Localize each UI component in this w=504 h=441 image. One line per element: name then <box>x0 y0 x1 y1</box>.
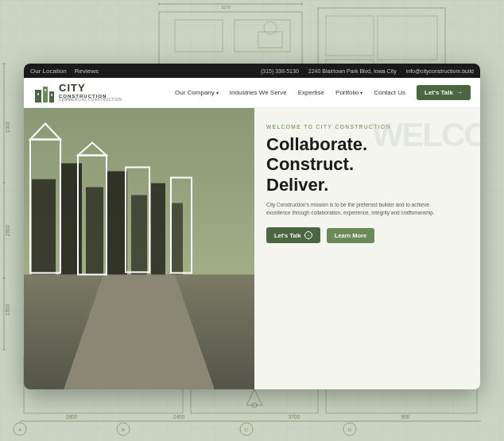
hero-section: WELCO WELCOME TO CITY CONSTRUCTION Colla… <box>24 108 480 389</box>
headline-line1: Collaborate. <box>266 134 464 154</box>
svg-rect-48 <box>37 93 39 95</box>
email: info@cityconstructiom.build <box>406 68 474 74</box>
svg-text:2400: 2400 <box>173 414 185 420</box>
svg-rect-59 <box>151 184 165 275</box>
svg-text:A: A <box>18 427 21 432</box>
nav-expertise[interactable]: Expertise <box>298 89 324 96</box>
svg-text:32'6": 32'6" <box>221 5 231 10</box>
svg-rect-60 <box>171 203 183 275</box>
nav-cta-button[interactable]: Let's Talk → <box>417 85 471 100</box>
svg-point-5 <box>264 21 277 34</box>
logo-text-area: CITY CONSTRUCTION COMMERCIAL CONSTRUCTIO… <box>59 83 122 103</box>
svg-rect-54 <box>32 180 56 275</box>
lets-talk-button[interactable]: Let's Talk → <box>266 227 320 243</box>
svg-rect-56 <box>86 188 103 275</box>
svg-rect-47 <box>49 91 54 103</box>
welcome-label: WELCOME TO CITY CONSTRUCTION <box>266 124 464 130</box>
svg-rect-49 <box>45 89 46 91</box>
svg-point-24 <box>14 423 26 435</box>
svg-marker-43 <box>246 389 262 405</box>
phone-number: (315) 338-5130 <box>261 68 299 74</box>
svg-rect-58 <box>131 195 147 275</box>
svg-rect-45 <box>35 90 41 103</box>
headline-line3: Deliver. <box>266 175 464 195</box>
logo-city-text: CITY <box>59 83 122 94</box>
our-location-link[interactable]: Our Location <box>30 68 67 75</box>
dropdown-arrow2: ▾ <box>360 90 362 95</box>
svg-point-44 <box>252 403 257 408</box>
top-bar-left: Our Location Reviews <box>30 68 99 75</box>
top-bar-right: (315) 338-5130 2240 Blairtown Park Blvd,… <box>261 68 474 74</box>
nav-bar: CITY CONSTRUCTION COMMERCIAL CONSTRUCTIO… <box>24 78 480 108</box>
address: 2240 Blairtown Park Blvd, Iowa City <box>308 68 397 74</box>
nav-portfolio[interactable]: Portfolio ▾ <box>335 89 362 96</box>
nav-industries[interactable]: Industries We Serve <box>230 89 287 96</box>
hero-content: WELCO WELCOME TO CITY CONSTRUCTION Colla… <box>254 108 480 389</box>
svg-rect-6 <box>258 32 282 48</box>
button-circle-icon: → <box>304 231 312 239</box>
reviews-link[interactable]: Reviews <box>75 68 99 75</box>
svg-rect-14 <box>378 16 437 60</box>
svg-point-26 <box>117 423 130 435</box>
svg-text:900: 900 <box>401 414 410 420</box>
svg-text:D: D <box>348 427 352 432</box>
nav-contact[interactable]: Contact Us <box>374 89 405 96</box>
headline-line2: Construct. <box>266 154 464 174</box>
svg-text:2800: 2800 <box>66 414 78 420</box>
hero-buttons: Let's Talk → Learn More <box>266 227 464 243</box>
svg-point-28 <box>240 423 253 435</box>
nav-our-company[interactable]: Our Company ▾ <box>175 89 219 96</box>
hero-headline: Collaborate. Construct. Deliver. <box>266 134 464 195</box>
top-bar: Our Location Reviews (315) 338-5130 2240… <box>24 64 480 78</box>
hero-description: City Construction's mission is to be the… <box>266 201 441 217</box>
hero-images <box>24 108 254 389</box>
website-mockup: Our Location Reviews (315) 338-5130 2240… <box>24 64 480 389</box>
svg-text:1000: 1000 <box>5 121 10 133</box>
logo-icon <box>33 82 56 104</box>
svg-text:2500: 2500 <box>5 224 10 236</box>
svg-rect-50 <box>51 94 52 96</box>
logo-tagline-text: COMMERCIAL CONSTRUCTION <box>59 99 122 103</box>
dropdown-arrow: ▾ <box>216 90 219 95</box>
svg-rect-4 <box>235 20 290 52</box>
learn-more-button[interactable]: Learn More <box>327 228 374 243</box>
svg-text:B: B <box>122 427 125 432</box>
svg-rect-57 <box>107 172 127 275</box>
svg-text:3700: 3700 <box>289 414 300 420</box>
nav-links: Our Company ▾ Industries We Serve Expert… <box>175 85 471 100</box>
svg-rect-3 <box>175 20 223 52</box>
cta-arrow-icon: → <box>456 89 463 96</box>
svg-text:1500: 1500 <box>5 304 10 315</box>
svg-text:C: C <box>245 427 249 432</box>
svg-rect-12 <box>326 16 374 56</box>
logo-area[interactable]: CITY CONSTRUCTION COMMERCIAL CONSTRUCTIO… <box>33 82 122 104</box>
svg-point-30 <box>343 423 356 435</box>
